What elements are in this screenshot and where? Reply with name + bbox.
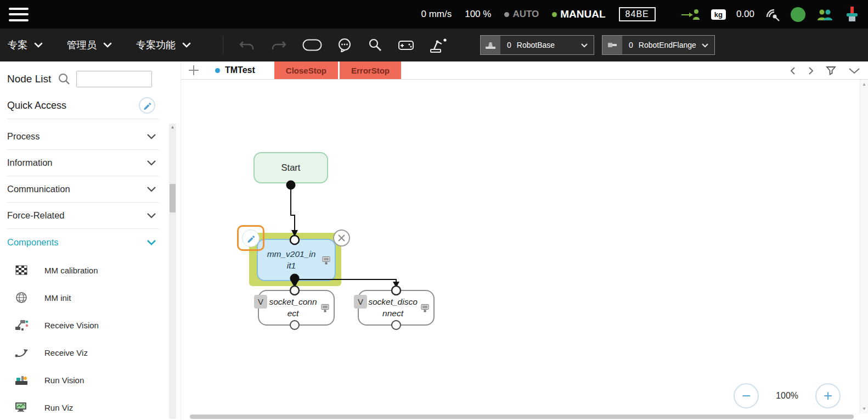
node-socket-connect-label: socket_connect bbox=[267, 296, 319, 318]
controller-button[interactable] bbox=[398, 38, 414, 52]
redo-button[interactable] bbox=[270, 38, 287, 52]
node-search-button[interactable] bbox=[58, 72, 71, 86]
end-effector-button[interactable] bbox=[844, 6, 859, 23]
component-item-run-viz[interactable]: Run Viz bbox=[7, 394, 181, 420]
menu-project[interactable]: 专案 bbox=[8, 38, 43, 52]
node-socket-connect[interactable]: V socket_connect bbox=[258, 290, 335, 326]
tab-label: ErrorStop bbox=[351, 66, 390, 75]
zoom-controls: − 100% + bbox=[734, 383, 841, 408]
search-node-button[interactable] bbox=[368, 38, 382, 52]
undo-icon bbox=[239, 38, 255, 52]
node-pill-icon bbox=[302, 39, 322, 51]
sidebar-section-communication[interactable]: Communication bbox=[7, 176, 159, 203]
component-item-receive-viz[interactable]: Receive Viz bbox=[7, 339, 181, 366]
collapse-panel-button[interactable] bbox=[848, 67, 860, 75]
scroll-up-icon[interactable]: ▲ bbox=[169, 125, 176, 130]
menu-project-function[interactable]: 专案功能 bbox=[136, 38, 191, 52]
sidebar-scrollbar[interactable]: ▲ bbox=[169, 124, 176, 419]
robot-speed: 0 mm/s bbox=[421, 9, 452, 20]
connection-status-icon bbox=[791, 7, 805, 22]
search-icon bbox=[58, 72, 71, 86]
tab-scroll-right-button[interactable] bbox=[808, 66, 814, 75]
redo-icon bbox=[270, 38, 287, 52]
tab-tmtest[interactable]: TMTest bbox=[206, 61, 264, 79]
follow-me-icon[interactable] bbox=[681, 8, 701, 21]
comment-button[interactable] bbox=[337, 38, 353, 52]
end-effector-icon bbox=[844, 6, 859, 23]
zoom-in-button[interactable]: + bbox=[815, 383, 841, 408]
scroll-down-icon[interactable]: ▼ bbox=[862, 406, 866, 411]
menu-project-label: 专案 bbox=[8, 38, 27, 52]
payload-indicator[interactable]: kg bbox=[711, 9, 726, 20]
section-label: Components bbox=[7, 237, 59, 248]
filter-funnel-icon bbox=[826, 66, 837, 75]
canvas-vertical-scrollbar[interactable]: ▲ ▼ bbox=[860, 80, 868, 413]
node-search-input[interactable] bbox=[76, 71, 152, 87]
node-mm-v201-init1[interactable]: mm_v201_init1 bbox=[257, 239, 336, 281]
sidebar-section-information[interactable]: Information bbox=[7, 150, 159, 176]
chevron-right-icon bbox=[808, 66, 814, 75]
sidebar-section-process[interactable]: Process bbox=[7, 124, 159, 150]
pencil-icon bbox=[143, 101, 151, 110]
canvas-horizontal-scroll-thumb[interactable] bbox=[190, 415, 854, 419]
satellite-icon bbox=[765, 7, 780, 21]
quick-access-edit-button[interactable] bbox=[139, 97, 155, 114]
sidebar-scroll-thumb[interactable] bbox=[170, 184, 176, 212]
component-item-mm-calibration[interactable]: MM calibration bbox=[7, 256, 181, 284]
node-list-sidebar: Node List Quick Access bbox=[0, 61, 181, 420]
robot-point-button[interactable] bbox=[430, 37, 447, 53]
network-job-icon bbox=[421, 303, 431, 312]
person-arrow-icon bbox=[681, 8, 701, 21]
tab-scroll-left-button[interactable] bbox=[790, 66, 796, 75]
chevron-down-icon bbox=[701, 43, 709, 48]
node-mm-label: mm_v201_init1 bbox=[266, 249, 317, 271]
zoom-out-button[interactable]: − bbox=[734, 383, 759, 408]
node-socket-disconnect[interactable]: V socket_disconnect bbox=[358, 290, 435, 326]
node-shape-button[interactable] bbox=[302, 39, 322, 51]
node-start[interactable]: Start bbox=[253, 152, 328, 183]
chevron-down-icon bbox=[103, 42, 112, 48]
chevron-down-icon bbox=[580, 43, 588, 48]
project-speed-percent: 100 % bbox=[465, 9, 491, 20]
robot-base-dropdown[interactable]: 0 RobotBase bbox=[480, 35, 594, 55]
component-label: MM init bbox=[44, 293, 71, 303]
users-button[interactable] bbox=[816, 8, 833, 21]
component-item-run-vision[interactable]: Run Vision bbox=[7, 366, 181, 394]
tab-errorstop[interactable]: ErrorStop bbox=[340, 61, 401, 79]
kg-icon: kg bbox=[711, 9, 726, 20]
chevron-down-icon bbox=[146, 186, 156, 192]
vision-job-icon bbox=[322, 255, 332, 265]
flow-canvas[interactable]: Start mm_v201_init1 bbox=[181, 80, 868, 420]
node-socket-disconnect-label: socket_disconnect bbox=[367, 296, 419, 318]
robot-end-flange-dropdown[interactable]: 0 RobotEndFlange bbox=[602, 35, 715, 55]
tab-label: TMTest bbox=[225, 65, 255, 75]
component-item-receive-vision[interactable]: Receive Vision bbox=[7, 311, 181, 339]
menu-account[interactable]: 管理员 bbox=[67, 38, 112, 52]
component-label: MM calibration bbox=[44, 266, 98, 275]
quick-access-label: Quick Access bbox=[7, 100, 66, 111]
flow-editor: TMTest CloseStop ErrorStop bbox=[181, 61, 868, 420]
node-delete-button[interactable] bbox=[333, 229, 350, 247]
sidebar-section-force-related[interactable]: Force-Related bbox=[7, 203, 159, 229]
network-status-button[interactable] bbox=[765, 7, 780, 21]
add-tab-button[interactable] bbox=[181, 61, 206, 79]
scroll-up-icon[interactable]: ▲ bbox=[862, 82, 866, 87]
sidebar-section-components[interactable]: Components bbox=[7, 229, 159, 255]
robot-base-icon bbox=[481, 36, 500, 54]
component-label: Receive Vision bbox=[44, 321, 99, 330]
node-edit-button[interactable] bbox=[237, 225, 264, 251]
tab-closestop[interactable]: CloseStop bbox=[274, 61, 338, 79]
undo-button[interactable] bbox=[239, 38, 255, 52]
close-icon bbox=[337, 234, 346, 242]
receive-viz-icon bbox=[14, 346, 29, 359]
search-icon bbox=[368, 38, 382, 52]
auto-dot-icon bbox=[504, 12, 509, 17]
canvas-horizontal-scrollbar[interactable] bbox=[187, 414, 857, 420]
component-item-mm-init[interactable]: MM init bbox=[7, 284, 181, 311]
plus-icon bbox=[188, 64, 200, 76]
robot-flange-index: 0 bbox=[629, 41, 633, 49]
top-status-bar: 0 mm/s 100 % AUTO MANUAL 84BE kg 0.0 bbox=[0, 0, 868, 29]
filter-button[interactable] bbox=[826, 66, 837, 75]
active-project-dot-icon bbox=[215, 68, 220, 73]
hamburger-menu-icon[interactable] bbox=[9, 8, 29, 21]
